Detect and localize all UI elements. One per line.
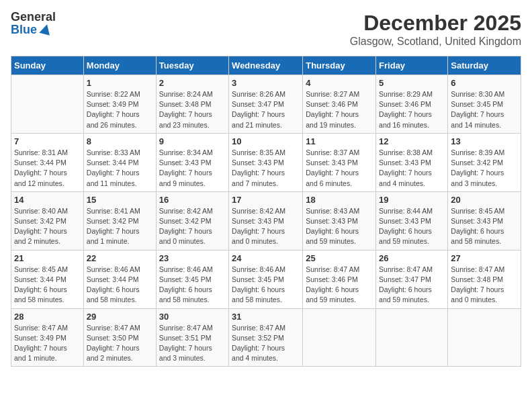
day-number: 10 — [232, 136, 300, 146]
calendar-cell: 6Sunrise: 8:30 AMSunset: 3:45 PMDaylight… — [448, 75, 521, 134]
calendar-cell: 17Sunrise: 8:42 AMSunset: 3:43 PMDayligh… — [229, 191, 303, 250]
page-title: December 2025 — [350, 11, 521, 36]
cell-info: Sunrise: 8:26 AMSunset: 3:47 PMDaylight:… — [232, 89, 300, 130]
day-number: 2 — [159, 78, 226, 88]
day-number: 30 — [159, 312, 226, 322]
cell-info: Sunrise: 8:41 AMSunset: 3:42 PMDaylight:… — [87, 206, 153, 247]
day-number: 13 — [451, 136, 518, 146]
calendar-cell: 31Sunrise: 8:47 AMSunset: 3:52 PMDayligh… — [229, 308, 303, 367]
cell-info: Sunrise: 8:40 AMSunset: 3:42 PMDaylight:… — [14, 206, 81, 247]
cell-info: Sunrise: 8:47 AMSunset: 3:48 PMDaylight:… — [451, 265, 518, 306]
cell-info: Sunrise: 8:22 AMSunset: 3:49 PMDaylight:… — [87, 89, 153, 130]
cell-info: Sunrise: 8:35 AMSunset: 3:43 PMDaylight:… — [232, 148, 300, 189]
calendar-cell: 2Sunrise: 8:24 AMSunset: 3:48 PMDaylight… — [156, 75, 228, 134]
cell-info: Sunrise: 8:38 AMSunset: 3:43 PMDaylight:… — [379, 148, 445, 189]
cell-info: Sunrise: 8:46 AMSunset: 3:45 PMDaylight:… — [232, 265, 300, 306]
day-number: 9 — [159, 136, 226, 146]
calendar-week-1: 1Sunrise: 8:22 AMSunset: 3:49 PMDaylight… — [11, 75, 521, 134]
logo: General Blue — [11, 11, 56, 36]
cell-info: Sunrise: 8:42 AMSunset: 3:42 PMDaylight:… — [159, 206, 226, 247]
cell-info: Sunrise: 8:39 AMSunset: 3:42 PMDaylight:… — [451, 148, 518, 189]
calendar-cell: 27Sunrise: 8:47 AMSunset: 3:48 PMDayligh… — [448, 250, 521, 308]
cell-info: Sunrise: 8:34 AMSunset: 3:43 PMDaylight:… — [159, 148, 226, 189]
calendar-cell: 12Sunrise: 8:38 AMSunset: 3:43 PMDayligh… — [376, 133, 448, 191]
logo-blue: Blue — [11, 24, 37, 36]
day-number: 6 — [451, 78, 518, 88]
column-header-sunday: Sunday — [11, 56, 84, 75]
calendar-week-4: 21Sunrise: 8:45 AMSunset: 3:44 PMDayligh… — [11, 250, 521, 308]
day-number: 21 — [14, 253, 81, 263]
column-header-friday: Friday — [376, 56, 448, 75]
day-number: 29 — [87, 312, 153, 322]
calendar-cell: 28Sunrise: 8:47 AMSunset: 3:49 PMDayligh… — [11, 308, 84, 367]
calendar-cell — [448, 308, 521, 367]
cell-info: Sunrise: 8:43 AMSunset: 3:43 PMDaylight:… — [306, 206, 373, 247]
cell-info: Sunrise: 8:47 AMSunset: 3:49 PMDaylight:… — [14, 323, 81, 364]
cell-info: Sunrise: 8:33 AMSunset: 3:44 PMDaylight:… — [87, 148, 153, 189]
calendar-cell: 9Sunrise: 8:34 AMSunset: 3:43 PMDaylight… — [156, 133, 228, 191]
calendar-cell: 20Sunrise: 8:45 AMSunset: 3:43 PMDayligh… — [448, 191, 521, 250]
calendar-cell: 14Sunrise: 8:40 AMSunset: 3:42 PMDayligh… — [11, 191, 84, 250]
calendar-cell: 11Sunrise: 8:37 AMSunset: 3:43 PMDayligh… — [303, 133, 376, 191]
calendar-cell: 10Sunrise: 8:35 AMSunset: 3:43 PMDayligh… — [229, 133, 303, 191]
calendar-cell — [376, 308, 448, 367]
calendar-cell: 22Sunrise: 8:46 AMSunset: 3:44 PMDayligh… — [83, 250, 156, 308]
calendar-week-2: 7Sunrise: 8:31 AMSunset: 3:44 PMDaylight… — [11, 133, 521, 191]
calendar-cell: 19Sunrise: 8:44 AMSunset: 3:43 PMDayligh… — [376, 191, 448, 250]
calendar-cell: 13Sunrise: 8:39 AMSunset: 3:42 PMDayligh… — [448, 133, 521, 191]
calendar-cell: 29Sunrise: 8:47 AMSunset: 3:50 PMDayligh… — [83, 308, 156, 367]
day-number: 27 — [451, 253, 518, 263]
day-number: 7 — [14, 136, 81, 146]
day-number: 18 — [306, 195, 373, 205]
title-block: December 2025 Glasgow, Scotland, United … — [350, 11, 521, 48]
cell-info: Sunrise: 8:47 AMSunset: 3:50 PMDaylight:… — [87, 323, 153, 364]
cell-info: Sunrise: 8:30 AMSunset: 3:45 PMDaylight:… — [451, 89, 518, 130]
calendar-cell — [11, 75, 84, 134]
cell-info: Sunrise: 8:42 AMSunset: 3:43 PMDaylight:… — [232, 206, 300, 247]
cell-info: Sunrise: 8:47 AMSunset: 3:51 PMDaylight:… — [159, 323, 226, 364]
day-number: 20 — [451, 195, 518, 205]
cell-info: Sunrise: 8:24 AMSunset: 3:48 PMDaylight:… — [159, 89, 226, 130]
day-number: 22 — [87, 253, 153, 263]
day-number: 15 — [87, 195, 153, 205]
cell-info: Sunrise: 8:37 AMSunset: 3:43 PMDaylight:… — [306, 148, 373, 189]
calendar-cell: 21Sunrise: 8:45 AMSunset: 3:44 PMDayligh… — [11, 250, 84, 308]
cell-info: Sunrise: 8:46 AMSunset: 3:45 PMDaylight:… — [159, 265, 226, 306]
cell-info: Sunrise: 8:45 AMSunset: 3:43 PMDaylight:… — [451, 206, 518, 247]
calendar-table: SundayMondayTuesdayWednesdayThursdayFrid… — [11, 56, 521, 367]
cell-info: Sunrise: 8:27 AMSunset: 3:46 PMDaylight:… — [306, 89, 373, 130]
calendar-cell: 7Sunrise: 8:31 AMSunset: 3:44 PMDaylight… — [11, 133, 84, 191]
page-subtitle: Glasgow, Scotland, United Kingdom — [350, 36, 521, 48]
cell-info: Sunrise: 8:31 AMSunset: 3:44 PMDaylight:… — [14, 148, 81, 189]
calendar-header-row: SundayMondayTuesdayWednesdayThursdayFrid… — [11, 56, 521, 75]
calendar-cell: 26Sunrise: 8:47 AMSunset: 3:47 PMDayligh… — [376, 250, 448, 308]
calendar-week-3: 14Sunrise: 8:40 AMSunset: 3:42 PMDayligh… — [11, 191, 521, 250]
cell-info: Sunrise: 8:47 AMSunset: 3:52 PMDaylight:… — [232, 323, 300, 364]
column-header-saturday: Saturday — [448, 56, 521, 75]
logo-icon — [39, 23, 52, 36]
calendar-body: 1Sunrise: 8:22 AMSunset: 3:49 PMDaylight… — [11, 75, 521, 367]
calendar-cell: 15Sunrise: 8:41 AMSunset: 3:42 PMDayligh… — [83, 191, 156, 250]
cell-info: Sunrise: 8:47 AMSunset: 3:47 PMDaylight:… — [379, 265, 445, 306]
day-number: 26 — [379, 253, 445, 263]
column-header-thursday: Thursday — [303, 56, 376, 75]
page-header: General Blue December 2025 Glasgow, Scot… — [11, 11, 521, 48]
day-number: 31 — [232, 312, 300, 322]
logo-general: General — [11, 11, 56, 23]
calendar-cell: 4Sunrise: 8:27 AMSunset: 3:46 PMDaylight… — [303, 75, 376, 134]
calendar-cell: 5Sunrise: 8:29 AMSunset: 3:46 PMDaylight… — [376, 75, 448, 134]
calendar-cell: 23Sunrise: 8:46 AMSunset: 3:45 PMDayligh… — [156, 250, 228, 308]
day-number: 17 — [232, 195, 300, 205]
day-number: 1 — [87, 78, 153, 88]
calendar-cell: 16Sunrise: 8:42 AMSunset: 3:42 PMDayligh… — [156, 191, 228, 250]
day-number: 19 — [379, 195, 445, 205]
cell-info: Sunrise: 8:46 AMSunset: 3:44 PMDaylight:… — [87, 265, 153, 306]
day-number: 25 — [306, 253, 373, 263]
calendar-cell: 18Sunrise: 8:43 AMSunset: 3:43 PMDayligh… — [303, 191, 376, 250]
cell-info: Sunrise: 8:29 AMSunset: 3:46 PMDaylight:… — [379, 89, 445, 130]
calendar-cell: 1Sunrise: 8:22 AMSunset: 3:49 PMDaylight… — [83, 75, 156, 134]
day-number: 4 — [306, 78, 373, 88]
calendar-cell: 25Sunrise: 8:47 AMSunset: 3:46 PMDayligh… — [303, 250, 376, 308]
calendar-cell: 24Sunrise: 8:46 AMSunset: 3:45 PMDayligh… — [229, 250, 303, 308]
day-number: 23 — [159, 253, 226, 263]
